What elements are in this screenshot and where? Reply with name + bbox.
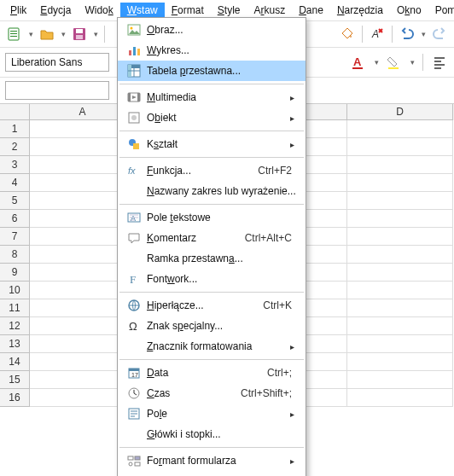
- svg-rect-40: [135, 462, 140, 466]
- menu-widok[interactable]: Widok: [78, 3, 119, 18]
- menu-plik[interactable]: Plik: [3, 3, 33, 18]
- row-header[interactable]: 4: [0, 174, 30, 192]
- save-button[interactable]: [70, 25, 89, 44]
- highlight-color-button[interactable]: [385, 53, 404, 72]
- menu-item-label: Wykres...: [143, 44, 299, 56]
- menu-edycja[interactable]: Edycja: [33, 3, 78, 18]
- open-button[interactable]: [38, 25, 56, 44]
- menu-format[interactable]: Format: [165, 3, 211, 18]
- menu-item[interactable]: Tabela przestawna...: [118, 61, 306, 81]
- menu-item[interactable]: KomentarzCtrl+Alt+C: [118, 228, 306, 248]
- menu-item-label: Pole: [143, 408, 290, 420]
- menu-item[interactable]: Znacznik formatowania▸: [118, 336, 306, 357]
- dropdown-arrow-icon[interactable]: ▾: [409, 58, 416, 67]
- row-header[interactable]: 10: [0, 282, 30, 299]
- submenu-arrow-icon: ▸: [290, 113, 299, 123]
- svg-point-12: [131, 27, 133, 30]
- menu-pomoc[interactable]: Pomoc: [428, 3, 454, 18]
- row-header[interactable]: 9: [0, 264, 30, 282]
- menu-item[interactable]: ΩZnak specjalny...: [118, 316, 306, 336]
- cell[interactable]: [347, 371, 453, 389]
- toolbar-separator: [104, 26, 105, 43]
- menu-arkusz[interactable]: Arkusz: [247, 3, 292, 18]
- row-header[interactable]: 16: [0, 389, 30, 407]
- field-icon: [125, 407, 143, 421]
- menu-item[interactable]: Hiperłącze...Ctrl+K: [118, 295, 306, 316]
- cell[interactable]: [347, 389, 453, 407]
- font-name-combo[interactable]: Liberation Sans: [5, 53, 109, 72]
- menu-item-label: Data: [143, 367, 267, 379]
- menu-item[interactable]: FFontwork...: [118, 269, 306, 289]
- menu-okno[interactable]: Okno: [390, 3, 428, 18]
- special-icon: Ω: [125, 319, 143, 333]
- cell[interactable]: [347, 246, 453, 264]
- row-header[interactable]: 3: [0, 156, 30, 174]
- align-left-button[interactable]: [430, 53, 449, 72]
- cell[interactable]: [347, 174, 453, 192]
- row-header[interactable]: 11: [0, 299, 30, 317]
- redo-button[interactable]: [430, 25, 449, 44]
- shape-icon: [125, 137, 143, 151]
- cell[interactable]: [347, 335, 453, 353]
- cell[interactable]: [347, 228, 453, 246]
- row-header[interactable]: 12: [0, 317, 30, 335]
- toolbar-separator: [362, 26, 363, 43]
- menu-item[interactable]: Ramka przestawna...: [118, 248, 306, 269]
- row-header[interactable]: 7: [0, 228, 30, 246]
- menu-item[interactable]: Kształt▸: [118, 134, 306, 154]
- menu-item[interactable]: Wiersz podpisu...: [118, 471, 306, 476]
- row-header[interactable]: 8: [0, 246, 30, 264]
- row-header[interactable]: 1: [0, 120, 30, 138]
- font-color-button[interactable]: A: [349, 53, 368, 72]
- row-header[interactable]: 6: [0, 210, 30, 228]
- cell-reference-input[interactable]: [5, 81, 109, 100]
- cell[interactable]: [347, 353, 453, 371]
- cell[interactable]: [347, 282, 453, 299]
- menu-item[interactable]: Pole▸: [118, 403, 306, 424]
- row-header[interactable]: 5: [0, 192, 30, 210]
- menu-item[interactable]: Nazwany zakres lub wyrażenie...: [118, 181, 306, 201]
- clear-format-button[interactable]: A: [368, 25, 387, 44]
- menu-item[interactable]: Obiekt▸: [118, 107, 306, 128]
- cell[interactable]: [347, 317, 453, 335]
- cell[interactable]: [347, 299, 453, 317]
- cell[interactable]: [347, 210, 453, 228]
- dropdown-arrow-icon[interactable]: ▾: [373, 58, 380, 67]
- menu-narzędzia[interactable]: Narzędzia: [330, 3, 390, 18]
- dropdown-arrow-icon[interactable]: ▾: [60, 30, 67, 38]
- cell[interactable]: [347, 138, 453, 156]
- menu-item-label: Pole tekstowe: [143, 212, 299, 223]
- cell[interactable]: [347, 192, 453, 210]
- menu-item[interactable]: fxFunkcja...Ctrl+F2: [118, 160, 306, 181]
- menu-item[interactable]: CzasCtrl+Shift+;: [118, 383, 306, 403]
- menu-item-label: Multimedia: [143, 91, 290, 103]
- row-header[interactable]: 13: [0, 335, 30, 353]
- undo-button[interactable]: [398, 25, 416, 44]
- menu-item[interactable]: APole tekstowe: [118, 207, 306, 228]
- row-header[interactable]: 14: [0, 353, 30, 371]
- menu-style[interactable]: Style: [211, 3, 247, 18]
- menu-item[interactable]: Wykres...: [118, 40, 306, 61]
- dropdown-arrow-icon[interactable]: ▾: [27, 30, 34, 38]
- menu-item-label: Tabela przestawna...: [143, 65, 299, 77]
- select-all-corner[interactable]: [0, 104, 30, 120]
- cell[interactable]: [347, 120, 453, 138]
- menu-item[interactable]: 17DataCtrl+;: [118, 363, 306, 383]
- menu-item[interactable]: Główki i stopki...: [118, 424, 306, 444]
- menu-item[interactable]: Obraz...: [118, 20, 306, 40]
- menu-dane[interactable]: Dane: [292, 3, 330, 18]
- paint-bucket-button[interactable]: [338, 25, 357, 44]
- row-header[interactable]: 15: [0, 371, 30, 389]
- menu-item[interactable]: Multimedia▸: [118, 87, 306, 107]
- menu-item-shortcut: Ctrl+;: [267, 367, 299, 379]
- row-header[interactable]: 2: [0, 138, 30, 156]
- dropdown-arrow-icon[interactable]: ▾: [92, 30, 99, 38]
- col-header-d[interactable]: D: [347, 104, 453, 120]
- new-doc-button[interactable]: [5, 25, 24, 44]
- menu-item-label: Ramka przestawna...: [143, 253, 299, 264]
- dropdown-arrow-icon[interactable]: ▾: [420, 30, 427, 38]
- cell[interactable]: [347, 264, 453, 282]
- menu-item[interactable]: Formant formularza▸: [118, 450, 306, 471]
- menu-wstaw[interactable]: Wstaw: [120, 3, 165, 18]
- cell[interactable]: [347, 156, 453, 174]
